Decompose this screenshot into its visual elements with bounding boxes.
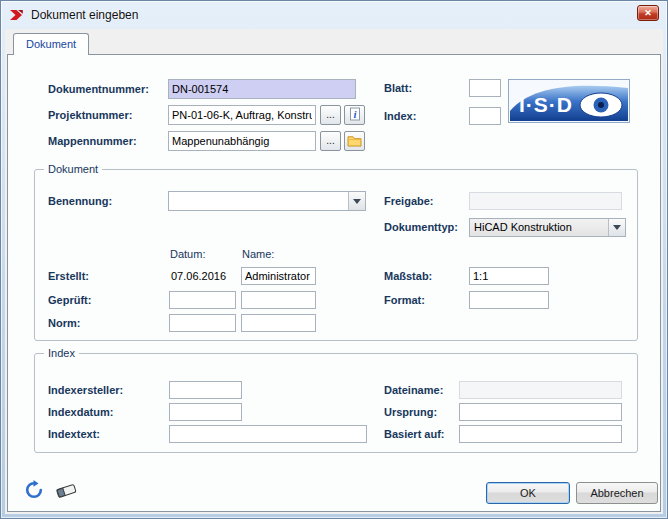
norm-datum-input[interactable] xyxy=(169,314,236,332)
dokumenttyp-value: HiCAD Konstruktion xyxy=(470,219,608,236)
indextext-label: Indextext: xyxy=(48,424,100,444)
tab-dokument[interactable]: Dokument xyxy=(13,33,89,55)
index-label: Index: xyxy=(384,106,416,126)
dialog-body: Dokument Dokumentnummer: Blatt: xyxy=(5,29,663,514)
dokumentnummer-input[interactable] xyxy=(168,79,356,99)
window-title: Dokument eingeben xyxy=(31,8,138,22)
format-label: Format: xyxy=(384,290,425,310)
basiert-auf-input[interactable] xyxy=(459,425,622,443)
blatt-input[interactable] xyxy=(469,79,501,97)
indexersteller-input[interactable] xyxy=(169,381,242,399)
projektnummer-label: Projektnummer: xyxy=(48,105,132,125)
mappennummer-label: Mappennummer: xyxy=(48,131,137,151)
erstellt-datum-value: 07.06.2016 xyxy=(171,267,226,285)
eraser-icon xyxy=(55,488,77,503)
tab-label: Dokument xyxy=(26,38,76,50)
projekt-browse-button[interactable]: ... xyxy=(320,105,341,125)
index-groupbox-title: Index xyxy=(44,346,79,360)
chevron-down-icon xyxy=(353,199,361,204)
indextext-input[interactable] xyxy=(169,425,367,443)
blatt-label: Blatt: xyxy=(384,78,412,98)
ursprung-label: Ursprung: xyxy=(384,402,437,422)
eraser-button[interactable] xyxy=(52,479,80,503)
norm-name-input[interactable] xyxy=(241,314,316,332)
projektnummer-input[interactable] xyxy=(168,105,316,125)
datum-column-header: Datum: xyxy=(170,247,205,261)
projekt-info-button[interactable]: i xyxy=(344,105,365,125)
geprueft-datum-input[interactable] xyxy=(169,291,236,309)
close-icon: ✕ xyxy=(644,8,652,18)
chevron-down-icon xyxy=(613,225,621,230)
isd-logo-text: I·S·D xyxy=(519,93,573,116)
ellipsis-icon: ... xyxy=(326,110,334,120)
geprueft-name-input[interactable] xyxy=(241,291,316,309)
name-column-header: Name: xyxy=(242,247,274,261)
app-icon xyxy=(9,7,25,23)
refresh-icon xyxy=(24,488,44,503)
erstellt-name-input[interactable] xyxy=(241,267,316,285)
benennung-dropdown-button[interactable] xyxy=(348,192,365,210)
freigabe-input xyxy=(469,192,622,210)
dokumentnummer-label: Dokumentnummer: xyxy=(48,79,149,99)
freigabe-label: Freigabe: xyxy=(384,191,434,211)
folder-icon xyxy=(347,134,362,149)
cancel-button[interactable]: Abbrechen xyxy=(576,482,658,504)
dokumenttyp-label: Dokumenttyp: xyxy=(384,217,458,237)
close-button[interactable]: ✕ xyxy=(637,5,659,21)
benennung-label: Benennung: xyxy=(48,191,112,211)
titlebar[interactable]: Dokument eingeben ✕ xyxy=(1,1,667,29)
ok-button[interactable]: OK xyxy=(486,482,570,504)
norm-label: Norm: xyxy=(48,313,80,333)
index-input[interactable] xyxy=(469,107,501,125)
ellipsis-icon: ... xyxy=(326,136,334,146)
tab-panel: Dokumentnummer: Blatt: I·S·D xyxy=(7,54,661,512)
indexdatum-input[interactable] xyxy=(169,403,242,421)
massstab-input[interactable] xyxy=(469,267,549,285)
mappen-folder-button[interactable] xyxy=(344,131,365,151)
dokumenttyp-combobox[interactable]: HiCAD Konstruktion xyxy=(469,218,626,237)
indexdatum-label: Indexdatum: xyxy=(48,402,113,422)
basiert-auf-label: Basiert auf: xyxy=(384,424,445,444)
mappen-browse-button[interactable]: ... xyxy=(320,131,341,151)
erstellt-label: Erstellt: xyxy=(48,266,89,286)
info-icon: i xyxy=(348,107,362,123)
dateiname-input xyxy=(459,381,622,399)
massstab-label: Maßstab: xyxy=(384,266,432,286)
dokument-groupbox-title: Dokument xyxy=(44,162,102,176)
dateiname-label: Dateiname: xyxy=(384,380,443,400)
isd-logo: I·S·D xyxy=(508,79,630,127)
format-input[interactable] xyxy=(469,291,549,309)
benennung-value xyxy=(169,192,348,210)
dialog-window: Dokument eingeben ✕ Dokument Dokumentnum… xyxy=(0,0,668,519)
geprueft-label: Geprüft: xyxy=(48,290,91,310)
refresh-button[interactable] xyxy=(20,479,48,503)
ursprung-input[interactable] xyxy=(459,403,622,421)
benennung-combobox[interactable] xyxy=(168,191,366,211)
mappennummer-input[interactable] xyxy=(168,131,316,151)
indexersteller-label: Indexersteller: xyxy=(48,380,123,400)
dokumenttyp-dropdown-button[interactable] xyxy=(608,219,625,236)
